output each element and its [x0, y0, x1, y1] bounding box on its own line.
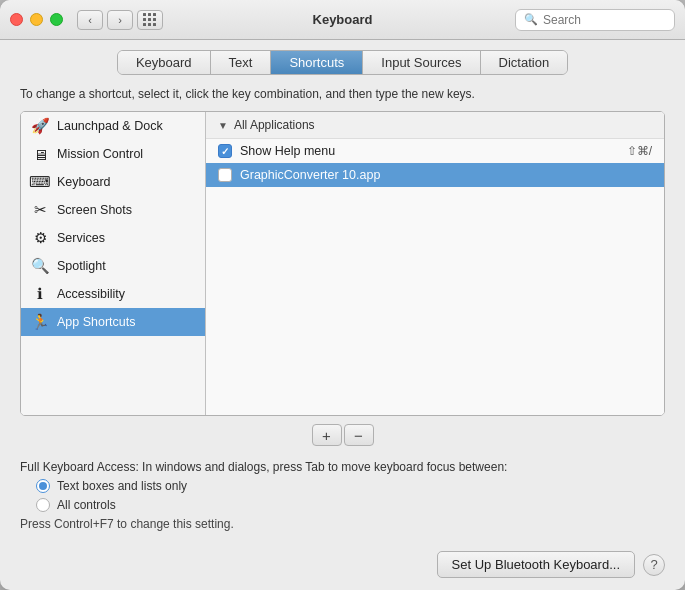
add-remove-buttons: + − — [20, 424, 665, 446]
gear-icon: ⚙ — [31, 229, 49, 247]
radio-all-controls[interactable] — [36, 498, 50, 512]
tab-shortcuts[interactable]: Shortcuts — [271, 51, 363, 74]
control-hint: Press Control+F7 to change this setting. — [20, 517, 665, 531]
nav-buttons: ‹ › — [77, 10, 133, 30]
sidebar-item-label: Accessibility — [57, 287, 125, 301]
forward-button[interactable]: › — [107, 10, 133, 30]
titlebar: ‹ › Keyboard 🔍 — [0, 0, 685, 40]
sidebar-item-keyboard[interactable]: ⌨ Keyboard — [21, 168, 205, 196]
traffic-lights — [10, 13, 63, 26]
keyboard-access-section: Full Keyboard Access: In windows and dia… — [20, 460, 665, 531]
shortcuts-header: ▼ All Applications — [206, 112, 664, 139]
sidebar-item-screenshots[interactable]: ✂ Screen Shots — [21, 196, 205, 224]
back-button[interactable]: ‹ — [77, 10, 103, 30]
shortcut-key: ⇧⌘/ — [627, 144, 652, 158]
accessibility-icon: ℹ — [31, 285, 49, 303]
grid-icon — [143, 13, 157, 27]
scissors-icon: ✂ — [31, 201, 49, 219]
tab-group: Keyboard Text Shortcuts Input Sources Di… — [117, 50, 568, 75]
tab-input-sources[interactable]: Input Sources — [363, 51, 480, 74]
bluetooth-keyboard-button[interactable]: Set Up Bluetooth Keyboard... — [437, 551, 635, 578]
search-icon: 🔍 — [524, 13, 538, 26]
app-shortcuts-icon: 🏃 — [31, 313, 49, 331]
tab-text[interactable]: Text — [211, 51, 272, 74]
shortcuts-panel: ▼ All Applications Show Help menu ⇧⌘/ Gr… — [206, 112, 664, 415]
shortcut-checkbox[interactable] — [218, 168, 232, 182]
search-input[interactable] — [543, 13, 666, 27]
tabbar: Keyboard Text Shortcuts Input Sources Di… — [0, 40, 685, 75]
bottom-controls: + − Full Keyboard Access: In windows and… — [0, 416, 685, 541]
panels: 🚀 Launchpad & Dock 🖥 Mission Control ⌨ K… — [20, 111, 665, 416]
sidebar-item-accessibility[interactable]: ℹ Accessibility — [21, 280, 205, 308]
tab-keyboard[interactable]: Keyboard — [118, 51, 211, 74]
maximize-button[interactable] — [50, 13, 63, 26]
radio-option-all-controls[interactable]: All controls — [36, 498, 665, 512]
sidebar-item-mission-control[interactable]: 🖥 Mission Control — [21, 140, 205, 168]
window-title: Keyboard — [313, 12, 373, 27]
instruction-text: To change a shortcut, select it, click t… — [20, 87, 665, 101]
sidebar-item-services[interactable]: ⚙ Services — [21, 224, 205, 252]
sidebar-item-label: Mission Control — [57, 147, 143, 161]
minimize-button[interactable] — [30, 13, 43, 26]
sidebar-item-label: Screen Shots — [57, 203, 132, 217]
sidebar-item-spotlight[interactable]: 🔍 Spotlight — [21, 252, 205, 280]
sidebar-item-label: Spotlight — [57, 259, 106, 273]
shortcut-name: GraphicConverter 10.app — [240, 168, 644, 182]
shortcuts-group-label: All Applications — [234, 118, 315, 132]
shortcut-list: Show Help menu ⇧⌘/ GraphicConverter 10.a… — [206, 139, 664, 415]
keyboard-access-label: Full Keyboard Access: In windows and dia… — [20, 460, 665, 474]
sidebar-item-app-shortcuts[interactable]: 🏃 App Shortcuts — [21, 308, 205, 336]
search-box[interactable]: 🔍 — [515, 9, 675, 31]
shortcut-row[interactable]: Show Help menu ⇧⌘/ — [206, 139, 664, 163]
triangle-icon: ▼ — [218, 120, 228, 131]
sidebar-item-label: App Shortcuts — [57, 315, 136, 329]
close-button[interactable] — [10, 13, 23, 26]
sidebar-item-label: Keyboard — [57, 175, 111, 189]
radio-text-boxes[interactable] — [36, 479, 50, 493]
content-area: To change a shortcut, select it, click t… — [0, 75, 685, 416]
shortcut-name: Show Help menu — [240, 144, 619, 158]
radio-option-text-boxes[interactable]: Text boxes and lists only — [36, 479, 665, 493]
add-shortcut-button[interactable]: + — [312, 424, 342, 446]
remove-shortcut-button[interactable]: − — [344, 424, 374, 446]
launchpad-icon: 🚀 — [31, 117, 49, 135]
keyboard-icon: ⌨ — [31, 173, 49, 191]
sidebar-item-launchpad[interactable]: 🚀 Launchpad & Dock — [21, 112, 205, 140]
sidebar-item-label: Launchpad & Dock — [57, 119, 163, 133]
tab-dictation[interactable]: Dictation — [481, 51, 568, 74]
help-button[interactable]: ? — [643, 554, 665, 576]
keyboard-preferences-window: ‹ › Keyboard 🔍 Keyboard Text Shortcuts I… — [0, 0, 685, 590]
radio-label-all-controls: All controls — [57, 498, 116, 512]
window-footer: Set Up Bluetooth Keyboard... ? — [0, 541, 685, 590]
radio-label-text-boxes: Text boxes and lists only — [57, 479, 187, 493]
shortcut-checkbox[interactable] — [218, 144, 232, 158]
shortcut-row[interactable]: GraphicConverter 10.app — [206, 163, 664, 187]
sidebar-item-label: Services — [57, 231, 105, 245]
spotlight-icon: 🔍 — [31, 257, 49, 275]
grid-button[interactable] — [137, 10, 163, 30]
sidebar: 🚀 Launchpad & Dock 🖥 Mission Control ⌨ K… — [21, 112, 206, 415]
mission-control-icon: 🖥 — [31, 145, 49, 163]
